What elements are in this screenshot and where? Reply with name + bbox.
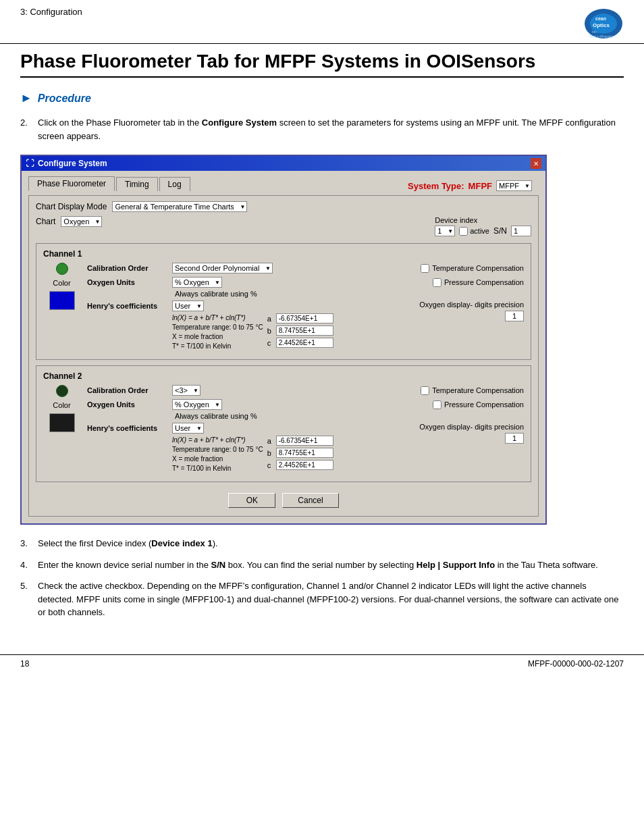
doc-id: MFPF-00000-000-02-1207: [528, 659, 624, 669]
sn-label: S/N: [493, 226, 507, 236]
step-5-text: Check the active checkbox. Depending on …: [38, 579, 624, 619]
ch1-henrys-label: Henry's coefficients: [87, 301, 168, 310]
dialog-tabs: Phase Fluorometer Timing Log: [28, 176, 190, 191]
channel-1-color-label: Color: [53, 279, 70, 287]
step-2: 2. Click on the Phase Fluorometer tab in…: [20, 116, 624, 142]
chart-device-row: Chart Oxygen Device index: [36, 216, 531, 236]
breadcrumb: 3: Configuration: [20, 7, 82, 17]
channel-1-left: Color: [43, 263, 80, 354]
ch2-henrys-select-wrapper[interactable]: User: [172, 423, 204, 434]
ch1-temp-comp-label: Temperature Compensation: [421, 264, 524, 273]
step-5: 5. Check the active checkbox. Depending …: [20, 579, 624, 619]
ch1-formula-line1: ln(X) = a + b/T* + cln(T*): [172, 313, 263, 323]
ch2-oxygen-precision-input[interactable]: [505, 433, 524, 444]
chart-mode-row: Chart Display Mode General & Temperature…: [36, 201, 531, 212]
chart-select-wrapper[interactable]: Oxygen: [61, 216, 102, 227]
tab-log[interactable]: Log: [159, 177, 190, 191]
device-index-select[interactable]: 1: [435, 226, 455, 236]
step-4: 4. Enter the known device serial number …: [20, 558, 624, 572]
dialog-title: Configure System: [38, 159, 107, 168]
ch1-always-calibrate: Always calibrate using %: [175, 290, 524, 298]
ch2-henrys-label: Henry's coefficients: [87, 423, 168, 432]
channel-1-led: [56, 263, 68, 275]
chart-select[interactable]: Oxygen: [61, 216, 102, 227]
system-type-value: MFPF: [468, 181, 492, 191]
ch2-coeff-a-label: a: [267, 437, 274, 445]
cancel-button[interactable]: Cancel: [282, 493, 338, 508]
system-type-select[interactable]: MFPF: [496, 180, 532, 191]
ch1-pressure-comp-checkbox[interactable]: [433, 278, 441, 287]
ch2-coeff-a-input[interactable]: [276, 436, 333, 446]
chart-display-mode-wrapper[interactable]: General & Temperature Time Charts: [112, 201, 247, 212]
channel-1-section: Channel 1 Color: [36, 243, 531, 360]
ch1-calibration-select-wrapper[interactable]: Second Order Polynomial: [172, 263, 273, 273]
ch1-formula-block: ln(X) = a + b/T* + cln(T*) Temperature r…: [172, 313, 263, 351]
ch1-formula-line4: T* = T/100 in Kelvin: [172, 342, 263, 351]
ch1-coeff-c-row: c: [267, 338, 333, 348]
step-4-text: Enter the known device serial number in …: [38, 558, 598, 572]
step-3: 3. Select the first Device index (Device…: [20, 537, 624, 550]
ch1-coeff-c-label: c: [267, 339, 274, 347]
ch2-formula-line3: X = mole fraction: [172, 454, 263, 464]
ch1-coeff-b-input[interactable]: [276, 325, 333, 336]
ch1-formula-line2: Temperature range: 0 to 75 °C: [172, 323, 263, 332]
channel-2-color-swatch[interactable]: [49, 413, 75, 432]
tab-phase-fluorometer[interactable]: Phase Fluorometer: [28, 176, 115, 191]
channel-2-right: Calibration Order <3>: [87, 385, 524, 476]
channel-1-right: Calibration Order Second Order Polynomia…: [87, 263, 524, 354]
ch1-coeff-a-input[interactable]: [276, 313, 333, 323]
ch2-calibration-select[interactable]: <3>: [172, 385, 200, 396]
ch2-formula-line4: T* = T/100 in Kelvin: [172, 464, 263, 473]
ch1-henrys-select-wrapper[interactable]: User: [172, 301, 204, 311]
dialog-wrapper: ⛶ Configure System ✕ Phase Fluorometer T…: [20, 155, 624, 525]
ch2-calibration-label: Calibration Order: [87, 386, 168, 394]
late-steps: 3. Select the first Device index (Device…: [20, 537, 624, 619]
ch2-temp-comp-checkbox[interactable]: [421, 386, 429, 395]
configure-system-dialog: ⛶ Configure System ✕ Phase Fluorometer T…: [20, 155, 547, 525]
ch1-coefficients-inputs: a b: [267, 313, 333, 348]
ch2-pressure-comp-label: Pressure Compensation: [433, 400, 524, 409]
ok-button[interactable]: OK: [228, 493, 275, 508]
system-type-select-wrapper[interactable]: MFPF: [496, 180, 532, 191]
ch1-coeff-c-input[interactable]: [276, 338, 333, 348]
ch2-coefficients-inputs: a b: [267, 436, 333, 470]
ch1-temp-comp-checkbox[interactable]: [421, 264, 429, 273]
ch1-henrys-select[interactable]: User: [172, 301, 204, 311]
channel-2-color-label: Color: [53, 401, 70, 409]
ch2-formula-line1: ln(X) = a + b/T* + cln(T*): [172, 436, 263, 445]
chart-display-mode-label: Chart Display Mode: [36, 202, 107, 211]
chart-row: Chart Oxygen: [36, 216, 102, 227]
ch2-coeff-c-row: c: [267, 460, 333, 470]
ch2-coeff-b-input[interactable]: [276, 448, 333, 458]
sn-input[interactable]: [511, 226, 531, 236]
ch1-oxygen-precision-input[interactable]: [505, 311, 524, 321]
dialog-close-button[interactable]: ✕: [531, 158, 541, 169]
dialog-titlebar: ⛶ Configure System ✕: [22, 156, 545, 171]
ch1-formula-line3: X = mole fraction: [172, 332, 263, 342]
ch1-oxygen-units-wrapper[interactable]: % Oxygen: [172, 277, 222, 288]
ch1-oxygen-units-select[interactable]: % Oxygen: [172, 277, 222, 288]
active-checkbox[interactable]: [459, 227, 468, 236]
ch2-oxygen-units-select[interactable]: % Oxygen: [172, 399, 222, 410]
ch1-coeff-a-row: a: [267, 313, 333, 323]
procedure-arrow-icon: ►: [20, 91, 32, 105]
step-5-num: 5.: [20, 579, 32, 619]
ch2-oxygen-precision-label: Oxygen display- digits precision: [419, 423, 524, 431]
active-checkbox-label: active: [459, 227, 489, 236]
ch1-calibration-select[interactable]: Second Order Polynomial: [172, 263, 273, 273]
ch2-calibration-select-wrapper[interactable]: <3>: [172, 385, 200, 396]
chart-display-mode-select[interactable]: General & Temperature Time Charts: [112, 201, 247, 212]
channel-2-left: Color: [43, 385, 80, 476]
ch1-calibration-label: Calibration Order: [87, 264, 168, 272]
ch2-oxygen-units-wrapper[interactable]: % Oxygen: [172, 399, 222, 410]
step-2-text: Click on the Phase Fluorometer tab in th…: [38, 116, 624, 142]
tab-timing[interactable]: Timing: [116, 177, 158, 191]
procedure-heading: ► Procedure: [20, 91, 624, 105]
channel-1-color-swatch[interactable]: [49, 291, 75, 310]
channel-2-led: [56, 385, 68, 397]
ch2-henrys-select[interactable]: User: [172, 423, 204, 434]
ch2-pressure-comp-checkbox[interactable]: [433, 400, 441, 409]
ch1-calibration-row: Calibration Order Second Order Polynomia…: [87, 263, 524, 273]
device-index-select-wrapper[interactable]: 1: [435, 226, 455, 236]
ch2-coeff-c-input[interactable]: [276, 460, 333, 470]
